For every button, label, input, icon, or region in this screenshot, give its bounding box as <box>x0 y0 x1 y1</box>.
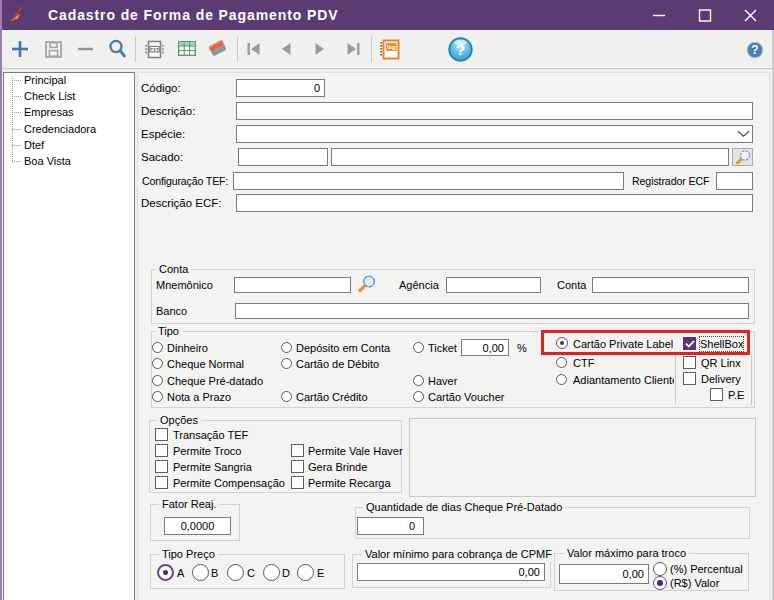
svg-text:?: ? <box>456 41 465 58</box>
svg-text:log: log <box>387 44 395 50</box>
svg-text:?: ? <box>751 43 758 57</box>
svg-text:TXT: TXT <box>150 47 159 52</box>
